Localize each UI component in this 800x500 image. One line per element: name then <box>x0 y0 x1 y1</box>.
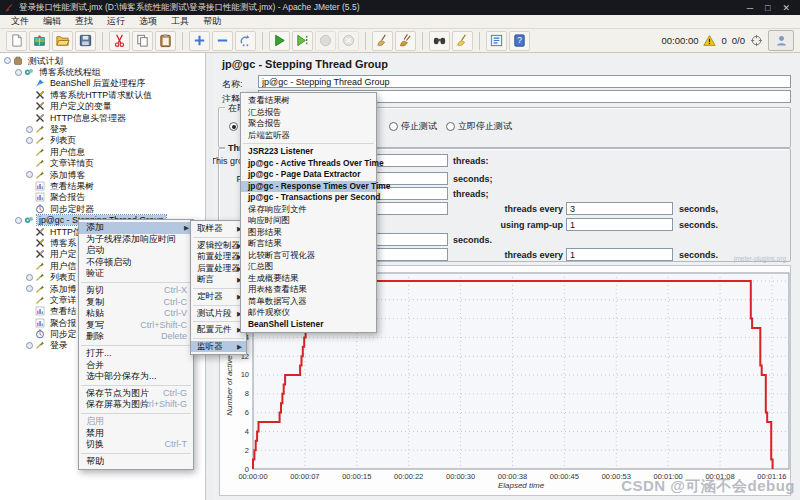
menu-item[interactable]: 测试片段▶ <box>191 308 246 320</box>
menu-item[interactable]: 删除Delete <box>79 331 193 343</box>
menu-item[interactable]: 粘贴Ctrl-V <box>79 308 193 320</box>
menubar-item-0[interactable]: 文件 <box>4 14 36 29</box>
tree-toggle-icon[interactable] <box>26 274 33 281</box>
menu-item[interactable]: 启用 <box>79 416 193 428</box>
tree-toggle-icon[interactable] <box>26 171 33 178</box>
tree-row[interactable]: 登录 <box>0 123 205 134</box>
menu-item[interactable]: jp@gc - Transactions per Second <box>241 192 376 204</box>
menu-item[interactable]: 汇总图 <box>241 261 376 273</box>
menubar-item-6[interactable]: 帮助 <box>196 14 228 29</box>
tree-toggle-icon[interactable] <box>15 217 22 224</box>
tree-toggle-icon[interactable] <box>26 137 33 144</box>
menu-item[interactable]: 后端监听器 <box>241 130 376 142</box>
stop-button[interactable] <box>315 31 336 51</box>
menu-item[interactable]: 逻辑控制器▶ <box>191 240 246 252</box>
menu-item[interactable]: 保存节点为图片Ctrl-G <box>79 388 193 400</box>
paste-button[interactable] <box>155 31 176 51</box>
radio-icon[interactable] <box>229 122 238 131</box>
menu-item[interactable]: jp@gc - Page Data Extractor <box>241 169 376 181</box>
tree-row[interactable]: 用户信息 <box>0 146 205 157</box>
copy-button[interactable] <box>132 31 153 51</box>
menu-item[interactable]: 打开... <box>79 348 193 360</box>
close-button[interactable]: ✕ <box>782 3 790 13</box>
menu-item[interactable]: 帮助 <box>79 456 193 468</box>
tree-row[interactable]: 博客系统线程组 <box>0 66 205 77</box>
menu-item[interactable]: 断言结果 <box>241 238 376 250</box>
menu-item[interactable]: 图形结果 <box>241 227 376 239</box>
radio-option[interactable]: 停止测试 <box>389 120 437 133</box>
menu-item[interactable]: 邮件观察仪 <box>241 307 376 319</box>
menu-item[interactable]: 简单数据写入器 <box>241 296 376 308</box>
tree-row[interactable]: 聚合报告 <box>0 192 205 203</box>
tree-toggle-icon[interactable] <box>26 126 33 133</box>
menu-item[interactable]: 保存响应到文件 <box>241 204 376 216</box>
radio-option[interactable]: 立即停止测试 <box>446 120 512 133</box>
menu-item[interactable]: 比较断言可视化器 <box>241 250 376 262</box>
menubar-item-2[interactable]: 查找 <box>68 14 100 29</box>
menu-item[interactable]: 复写Ctrl+Shift-C <box>79 320 193 332</box>
save-button[interactable] <box>75 31 96 51</box>
cut-button[interactable] <box>109 31 130 51</box>
tree-row[interactable]: 查看结果树 <box>0 180 205 191</box>
menu-item[interactable]: 添加▶ <box>79 222 193 234</box>
tree-row[interactable]: 博客系统HTTP请求默认值 <box>0 89 205 100</box>
search-reset-button[interactable] <box>452 31 473 51</box>
tree-row[interactable]: 用户定义的变量 <box>0 101 205 112</box>
restart-button[interactable] <box>235 31 256 51</box>
tree-toggle-icon[interactable] <box>26 342 33 349</box>
start-no-pauses-button[interactable] <box>292 31 313 51</box>
schedule-value-input[interactable] <box>566 248 673 261</box>
tree-toggle-icon[interactable] <box>26 285 33 292</box>
menu-item[interactable]: JSR223 Listener <box>241 146 376 158</box>
menu-item[interactable]: 用表格查看结果 <box>241 284 376 296</box>
tree-toggle-icon[interactable] <box>15 69 22 76</box>
menu-item[interactable]: 前置处理器▶ <box>191 251 246 263</box>
menu-item[interactable]: 断言▶ <box>191 274 246 286</box>
minimize-button[interactable]: ─ <box>747 3 753 13</box>
radio-icon[interactable] <box>446 122 455 131</box>
menu-item[interactable]: 定时器▶ <box>191 291 246 303</box>
menu-item[interactable]: jp@gc - Active Threads Over Time <box>241 158 376 170</box>
tree-row[interactable]: 测试计划 <box>0 55 205 66</box>
tree-row[interactable]: 添加博客 <box>0 169 205 180</box>
menu-item[interactable]: 后置处理器▶ <box>191 263 246 275</box>
help-button[interactable]: ? <box>509 31 530 51</box>
maximize-button[interactable]: □ <box>765 3 770 13</box>
menu-item[interactable]: 汇总报告 <box>241 107 376 119</box>
menubar-item-4[interactable]: 选项 <box>132 14 164 29</box>
tree-row[interactable]: 列表页 <box>0 135 205 146</box>
menu-item[interactable]: 生成概要结果 <box>241 273 376 285</box>
clear-button[interactable] <box>372 31 393 51</box>
menu-item[interactable]: 启动 <box>79 245 193 257</box>
autoscroll-target-icon[interactable] <box>750 34 763 47</box>
tree-row[interactable]: BeanShell 后置处理程序 <box>0 78 205 89</box>
menu-item[interactable]: BeanShell Listener <box>241 319 376 331</box>
search-button[interactable] <box>429 31 450 51</box>
warning-icon[interactable] <box>703 34 716 47</box>
remove-button[interactable] <box>212 31 233 51</box>
tree-row[interactable]: 文章详情页 <box>0 158 205 169</box>
menu-item[interactable]: 选中部分保存为... <box>79 371 193 383</box>
templates-button[interactable] <box>29 31 50 51</box>
function-helper-button[interactable] <box>486 31 507 51</box>
menubar-item-1[interactable]: 编辑 <box>36 14 68 29</box>
menu-item[interactable]: 切换Ctrl-T <box>79 439 193 451</box>
menu-item[interactable]: 复制Ctrl-C <box>79 297 193 309</box>
menu-item[interactable]: 聚合报告 <box>241 118 376 130</box>
radio-icon[interactable] <box>389 122 398 131</box>
menu-item[interactable]: 监听器▶ <box>191 341 246 353</box>
menu-item[interactable]: 响应时间图 <box>241 215 376 227</box>
menu-item[interactable]: 配置元件▶ <box>191 324 246 336</box>
menu-item[interactable]: 验证 <box>79 268 193 280</box>
menu-item[interactable]: 为子线程添加响应时间 <box>79 234 193 246</box>
tree-row[interactable]: 同步定时器 <box>0 203 205 214</box>
start-button[interactable] <box>269 31 290 51</box>
menu-item[interactable]: 剪切Ctrl-X <box>79 285 193 297</box>
menubar-item-3[interactable]: 运行 <box>100 14 132 29</box>
add-button[interactable] <box>189 31 210 51</box>
clear-all-button[interactable] <box>395 31 416 51</box>
menu-item[interactable]: 取样器▶ <box>191 223 246 235</box>
menu-item[interactable]: 合并 <box>79 360 193 372</box>
schedule-value-input[interactable] <box>566 218 673 231</box>
open-file-button[interactable] <box>52 31 73 51</box>
